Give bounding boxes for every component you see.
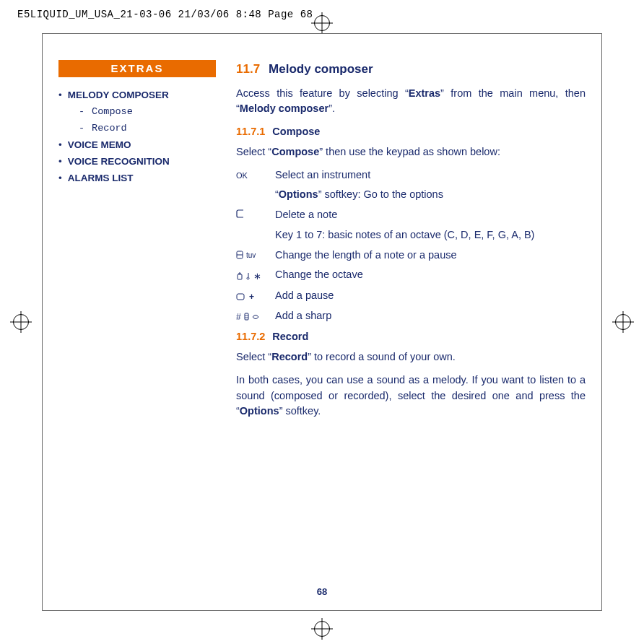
registration-mark-left	[13, 314, 29, 330]
star-key-icon: ∗	[236, 267, 275, 284]
c-key-icon	[236, 207, 275, 218]
section-heading: 11.7Melody composer	[236, 60, 586, 79]
svg-rect-4	[245, 313, 248, 320]
svg-rect-2	[238, 274, 242, 279]
sidebar-title-band: EXTRAS	[58, 60, 216, 77]
registration-mark-bottom	[314, 621, 330, 637]
main-content: 11.7Melody composer Access this feature …	[236, 60, 586, 427]
registration-mark-top	[314, 15, 330, 31]
svg-rect-3	[237, 294, 244, 300]
record-intro: Select “Record” to record a sound of you…	[236, 349, 586, 365]
row-ok: OK Select an instrument	[236, 167, 586, 183]
sidebar-item-alarms-list: ALARMS LIST	[58, 170, 216, 187]
row-delete-note: Delete a note	[236, 207, 586, 223]
print-header-line: E5LIQUID_UM_USA_21-03-06 21/03/06 8:48 P…	[17, 9, 313, 20]
row-length: tuv Change the length of a note or a pau…	[236, 248, 586, 264]
subsection-record-heading: 11.7.2Record	[236, 329, 586, 345]
row-octave: ∗ Change the octave	[236, 267, 586, 284]
row-sharp: # Add a sharp	[236, 308, 586, 324]
sidebar-item-voice-recognition: VOICE RECOGNITION	[58, 154, 216, 170]
zero-plus-key-icon: +	[236, 288, 275, 303]
registration-mark-right	[615, 314, 631, 330]
compose-intro: Select “Compose” then use the keypad as …	[236, 144, 586, 160]
hash-key-icon: #	[236, 308, 275, 323]
page-number: 68	[317, 586, 327, 597]
row-pause: + Add a pause	[236, 288, 586, 304]
sidebar: EXTRAS MELODY COMPOSER Compose Record VO…	[58, 60, 216, 427]
closing-paragraph: In both cases, you can use a sound as a …	[236, 373, 586, 419]
ok-key-icon: OK	[236, 167, 275, 182]
sidebar-subitem-record: Record	[79, 121, 216, 137]
sidebar-subitem-compose: Compose	[79, 104, 216, 121]
row-basic-notes: Key 1 to 7: basic notes of an octave (C,…	[236, 227, 586, 243]
sidebar-item-voice-memo: VOICE MEMO	[58, 137, 216, 154]
eight-tuv-key-icon: tuv	[236, 248, 275, 261]
row-options: “Options” softkey: Go to the options	[236, 187, 586, 203]
sidebar-item-melody-composer: MELODY COMPOSER	[58, 87, 216, 104]
page-trim-box: EXTRAS MELODY COMPOSER Compose Record VO…	[42, 33, 602, 611]
intro-paragraph: Access this feature by selecting “Extras…	[236, 86, 586, 118]
keypad-table: OK Select an instrument “Options” softke…	[236, 167, 586, 324]
subsection-compose-heading: 11.7.1Compose	[236, 124, 586, 140]
